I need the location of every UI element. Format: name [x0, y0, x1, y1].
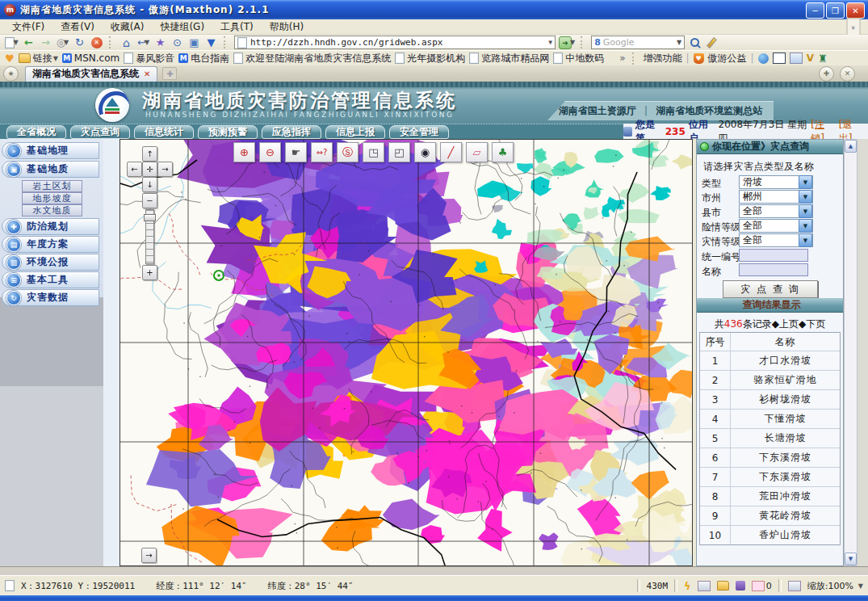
plugins-button[interactable]: 增强功能 [644, 52, 682, 65]
tab-close-icon[interactable]: ✕ [144, 69, 150, 78]
identify-icon[interactable]: ◉ [414, 142, 436, 162]
pan-down-button[interactable]: ↓ [142, 177, 157, 192]
menu-groups[interactable]: 快捷组(G) [153, 19, 212, 35]
link-hunan-system[interactable]: 欢迎登陆湖南省地质灾害信息系统 [233, 52, 391, 65]
sidebar-item-annual-plan[interactable]: ▤ 年度方案 [2, 236, 99, 253]
link-land-resources[interactable]: 湖南省国土资源厅 [559, 104, 636, 118]
highlight-pencil-icon[interactable] [705, 36, 719, 49]
sidebar-sub-terrain-slope[interactable]: 地形坡度 [22, 192, 82, 204]
pan-center-button[interactable]: ✛ [142, 162, 157, 177]
table-row[interactable]: 10香炉山滑坡 [700, 526, 840, 544]
sidebar-item-basic-tools[interactable]: ⊞ 基本工具 [2, 271, 99, 288]
folder-status-icon[interactable] [717, 581, 729, 590]
select-rect-icon[interactable]: ◳ [363, 142, 384, 162]
link-geo-monitor-station[interactable]: 湖南省地质环境监测总站 [656, 104, 762, 118]
nav-tab-report[interactable]: 信息上报 [325, 125, 385, 139]
table-row[interactable]: 2骆家恒矿滑地 [700, 371, 840, 390]
boost-icon[interactable]: ϟ [684, 580, 691, 592]
links-folder[interactable]: 链接▼ [19, 52, 58, 65]
go-button[interactable]: ➜▼ [559, 36, 575, 49]
table-row[interactable]: 5长塘滑坡 [700, 429, 840, 448]
refresh-icon[interactable]: ↻ [73, 36, 86, 49]
sidebar-item-base-geography[interactable]: » 基础地理 [2, 142, 99, 159]
messenger-icon[interactable] [758, 53, 769, 64]
next-page-link[interactable]: ◆下页 [799, 318, 825, 330]
link-photo[interactable]: 光年摄影机构 [395, 52, 465, 65]
tab-tools-wrench-icon[interactable]: ✚ [819, 66, 834, 82]
download-icon[interactable]: ▼ [204, 36, 218, 49]
table-row[interactable]: 3衫树垅滑坡 [700, 390, 840, 410]
address-bar[interactable]: http://dzzh.hndh.gov.cn/gridweb.aspx ▼ [234, 36, 556, 49]
select-polygon-icon[interactable]: ◰ [388, 142, 410, 162]
skins-icon[interactable]: V [807, 53, 814, 64]
name-input[interactable] [739, 263, 808, 276]
sidebar-item-disaster-data[interactable]: ↻ 灾害数据 [2, 289, 99, 306]
nav-tab-forecast[interactable]: 预测预警 [198, 125, 258, 139]
charity-button[interactable]: 傲游公益 [708, 52, 747, 65]
home-icon[interactable]: ⌂ [120, 36, 133, 49]
back-icon[interactable]: ← [22, 36, 36, 49]
zoom-dropdown-icon[interactable]: ▼ [858, 582, 863, 590]
sidebar-item-prevention-plan[interactable]: ✚ 防治规划 [2, 218, 99, 235]
nav-tab-security[interactable]: 安全管理 [389, 125, 449, 139]
search-icon[interactable] [688, 36, 702, 49]
measure-line-icon[interactable]: ╱ [440, 142, 462, 162]
eraser-icon[interactable]: ▱ [466, 142, 488, 162]
home-site-icon[interactable]: ♜ [818, 53, 828, 65]
pan-right-button[interactable]: → [157, 162, 173, 177]
panel-scrollbar[interactable]: ▲ ▼ [844, 139, 858, 566]
magic-fill-icon[interactable]: ★ [153, 36, 167, 49]
zoom-minus-button[interactable]: − [142, 193, 157, 208]
sidebar-item-base-geology[interactable]: ▣ 基础地质 [2, 161, 99, 178]
restore-button[interactable]: ❐ [826, 2, 845, 19]
menu-favorites[interactable]: 收藏(A) [103, 19, 152, 35]
links-overflow-icon[interactable]: » [619, 53, 625, 64]
query-button[interactable]: 灾 点 查 询 [723, 280, 818, 298]
active-tab[interactable]: 湖南省地质灾害信息系统 ✕ [25, 66, 157, 82]
code-input[interactable] [739, 249, 808, 262]
scroll-up-icon[interactable]: ▲ [845, 140, 857, 153]
tab-bar-close-icon[interactable]: ✕ [840, 66, 855, 82]
sidebar-sub-rock-zoning[interactable]: 岩土区划 [22, 180, 82, 192]
sidebar-splitter[interactable] [103, 139, 120, 566]
new-tab-button[interactable]: ✚ [162, 67, 177, 80]
prev-page-link[interactable]: ◆上页 [772, 318, 799, 330]
zoom-in-icon[interactable]: ⊕ [233, 142, 255, 162]
geological-map-canvas[interactable] [120, 140, 692, 565]
link-radio[interactable]: M电台指南 [178, 52, 229, 65]
table-row[interactable]: 6下东溪滑坡 [700, 448, 840, 468]
nav-tab-overview[interactable]: 全省概况 [6, 125, 66, 139]
link-baofeng[interactable]: 暴风影音 [124, 52, 174, 65]
forward-icon[interactable]: → [39, 36, 52, 49]
zoom-plus-button[interactable]: + [142, 265, 157, 280]
table-row[interactable]: 8荒田冲滑坡 [700, 487, 840, 506]
printer-icon[interactable] [698, 581, 711, 591]
city-select[interactable]: 郴州▼ [739, 190, 813, 204]
link-city[interactable]: 览路城市精品网 [469, 52, 549, 65]
scale-icon[interactable]: Ⓢ [337, 142, 359, 162]
window-list-icon[interactable]: ▣ [187, 36, 201, 49]
history-dropdown-icon[interactable]: ◎▼ [56, 36, 69, 49]
notes-status-icon[interactable] [736, 581, 745, 590]
table-row[interactable]: 1才口水滑坡 [700, 351, 840, 371]
disaster-select[interactable]: 全部▼ [739, 233, 813, 247]
menu-help[interactable]: 帮助(H) [262, 19, 311, 35]
search-dropdown-icon[interactable]: ▼ [677, 39, 681, 46]
nav-tab-emergency[interactable]: 应急指挥 [262, 125, 321, 139]
map-viewport[interactable]: ⊕ ⊖ ☛ ⇔? Ⓢ ◳ ◰ ◉ ╱ ▱ ♣ ↑ ← ✛ → ↓ − + → [120, 139, 693, 566]
map-bottom-arrow-button[interactable]: → [141, 548, 157, 563]
resize-icon[interactable] [788, 581, 801, 591]
menu-view[interactable]: 查看(V) [53, 19, 102, 35]
notes-icon[interactable] [790, 53, 803, 64]
favorites-star-icon[interactable]: ★ [3, 66, 19, 82]
zoom-out-icon[interactable]: ⊖ [259, 142, 281, 162]
measure-icon[interactable]: ⇔? [311, 142, 333, 162]
risk-select[interactable]: 全部▼ [739, 219, 813, 233]
nav-tab-statistics[interactable]: 信息统计 [134, 125, 194, 139]
search-box[interactable]: 8 Google ▼ [591, 36, 685, 49]
stop-icon[interactable]: ✕ [90, 36, 103, 49]
zoom-level[interactable]: 缩放:100% [807, 580, 853, 592]
new-page-icon[interactable]: ▼ [5, 36, 19, 49]
county-select[interactable]: 全部▼ [739, 204, 813, 218]
type-select[interactable]: 滑坡▼ [739, 175, 813, 189]
